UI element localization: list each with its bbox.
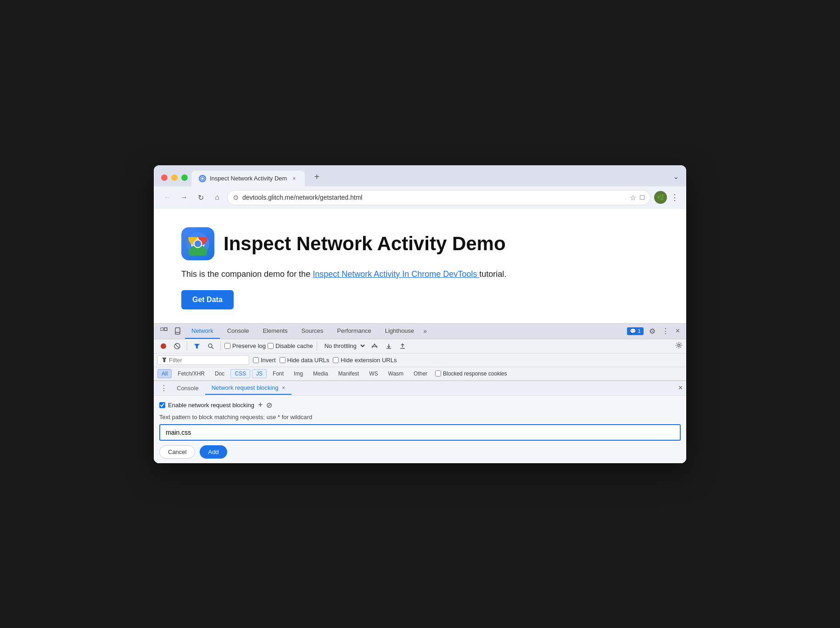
search-button[interactable] <box>205 341 217 351</box>
title-bar: Inspect Network Activity Dem × + ⌄ <box>154 165 686 186</box>
network-settings-button[interactable] <box>675 342 683 350</box>
badge-icon: 💬 <box>630 328 636 334</box>
invert-checkbox[interactable] <box>253 357 259 363</box>
get-data-button[interactable]: Get Data <box>181 290 234 309</box>
desc-after: tutorial. <box>479 269 506 279</box>
devtools-tab-network[interactable]: Network <box>185 324 220 339</box>
svg-point-10 <box>161 343 166 349</box>
devtools-more-tabs-button[interactable]: » <box>421 324 429 338</box>
bottom-more-button[interactable]: ⋮ <box>157 381 170 395</box>
bottom-tab-nrb[interactable]: Network request blocking × <box>205 381 292 395</box>
chrome-logo <box>181 227 214 260</box>
reload-button[interactable]: ↻ <box>194 191 207 204</box>
type-filter-fetchxhr[interactable]: Fetch/XHR <box>174 369 209 378</box>
devtools-tab-console[interactable]: Console <box>221 324 256 339</box>
hide-ext-urls-label[interactable]: Hide extension URLs <box>333 357 397 364</box>
blocked-cookies-checkbox[interactable] <box>435 370 441 376</box>
extension-icon[interactable]: □ <box>640 193 644 202</box>
minimize-window-button[interactable] <box>171 174 178 181</box>
filter-toggle-button[interactable] <box>191 341 203 351</box>
type-filter-img[interactable]: Img <box>290 369 307 378</box>
devtools-settings-button[interactable]: ⚙ <box>646 324 658 338</box>
type-filter-row: All Fetch/XHR Doc CSS JS Font Img Media … <box>154 367 686 381</box>
devtools-more-button[interactable]: ⋮ <box>659 324 672 338</box>
tab-dropdown-button[interactable]: ⌄ <box>673 172 679 186</box>
filter-row: Invert Hide data URLs Hide extension URL… <box>154 353 686 367</box>
devtools-inspect-icon[interactable] <box>157 324 170 338</box>
nrb-cancel-button[interactable]: Cancel <box>159 445 195 459</box>
tab-favicon <box>199 175 206 182</box>
address-security-icon: ⊙ <box>233 194 239 201</box>
bottom-panel-close-button[interactable]: × <box>678 384 683 392</box>
type-filter-ws[interactable]: WS <box>365 369 382 378</box>
devtools-tab-sources[interactable]: Sources <box>295 324 330 339</box>
devtools-tab-lighthouse[interactable]: Lighthouse <box>379 324 421 339</box>
devtools-tab-performance[interactable]: Performance <box>330 324 377 339</box>
new-tab-button[interactable]: + <box>310 174 323 186</box>
svg-point-1 <box>202 177 204 179</box>
blocked-cookies-label[interactable]: Blocked response cookies <box>435 370 507 377</box>
tab-title: Inspect Network Activity Dem <box>210 175 287 182</box>
type-filter-css[interactable]: CSS <box>230 369 250 378</box>
back-button[interactable]: ← <box>161 191 174 204</box>
enable-nrb-label[interactable]: Enable network request blocking <box>159 402 254 409</box>
address-url: devtools.glitch.me/network/getstarted.ht… <box>242 194 626 201</box>
maximize-window-button[interactable] <box>181 174 188 181</box>
forward-button[interactable]: → <box>178 191 190 204</box>
close-window-button[interactable] <box>161 174 168 181</box>
browser-window: Inspect Network Activity Dem × + ⌄ ← → ↻… <box>154 165 686 463</box>
preserve-log-checkbox[interactable] <box>224 343 230 349</box>
throttle-select[interactable]: No throttling <box>321 341 366 351</box>
devtools-tab-bar: Network Console Elements Sources Perform… <box>154 324 686 339</box>
clear-log-button[interactable] <box>171 341 183 351</box>
type-filter-js[interactable]: JS <box>252 369 267 378</box>
network-conditions-button[interactable] <box>368 342 381 351</box>
nrb-clear-button[interactable]: ⊘ <box>266 401 272 409</box>
filter-input[interactable] <box>169 357 238 364</box>
desc-link[interactable]: Inspect Network Activity In Chrome DevTo… <box>313 269 479 279</box>
nrb-pattern-input[interactable] <box>159 424 681 441</box>
svg-rect-8 <box>175 328 180 334</box>
type-filter-media[interactable]: Media <box>309 369 332 378</box>
svg-rect-7 <box>164 328 167 331</box>
bottom-tab-console[interactable]: Console <box>170 382 205 394</box>
nrb-description: Text pattern to block matching requests;… <box>159 414 681 421</box>
type-filter-other[interactable]: Other <box>409 369 431 378</box>
devtools-tab-elements[interactable]: Elements <box>256 324 294 339</box>
enable-nrb-checkbox[interactable] <box>159 402 165 408</box>
type-filter-font[interactable]: Font <box>269 369 288 378</box>
devtools-close-button[interactable]: × <box>673 324 683 338</box>
preserve-log-label[interactable]: Preserve log <box>224 342 266 349</box>
home-button[interactable]: ⌂ <box>211 191 224 204</box>
nrb-add-pattern-button[interactable]: + <box>258 400 263 410</box>
import-har-button[interactable] <box>383 341 395 351</box>
filter-input-wrap[interactable] <box>157 355 249 365</box>
stop-recording-button[interactable] <box>157 341 169 351</box>
nrb-header: Enable network request blocking + ⊘ <box>159 400 681 410</box>
tab-close-button[interactable]: × <box>291 174 297 183</box>
export-har-button[interactable] <box>397 341 409 351</box>
disable-cache-label[interactable]: Disable cache <box>268 342 313 349</box>
hide-ext-urls-checkbox[interactable] <box>333 357 339 363</box>
type-filter-manifest[interactable]: Manifest <box>334 369 363 378</box>
svg-point-19 <box>678 344 680 347</box>
address-bar: ← → ↻ ⌂ ⊙ devtools.glitch.me/network/get… <box>154 186 686 209</box>
profile-icon[interactable]: 🌿 <box>654 191 667 204</box>
type-filter-wasm[interactable]: Wasm <box>384 369 408 378</box>
browser-menu-button[interactable]: ⋮ <box>671 192 679 202</box>
page-title: Inspect Network Activity Demo <box>224 233 506 255</box>
hide-data-urls-checkbox[interactable] <box>280 357 286 363</box>
browser-tab[interactable]: Inspect Network Activity Dem × <box>191 171 305 186</box>
hide-data-urls-label[interactable]: Hide data URLs <box>280 357 330 364</box>
address-input-wrap[interactable]: ⊙ devtools.glitch.me/network/getstarted.… <box>227 190 650 205</box>
disable-cache-checkbox[interactable] <box>268 343 274 349</box>
type-filter-all[interactable]: All <box>157 369 172 378</box>
nrb-add-button[interactable]: Add <box>200 445 227 459</box>
invert-label[interactable]: Invert <box>253 357 276 364</box>
type-filter-doc[interactable]: Doc <box>211 369 229 378</box>
bottom-tab-row: ⋮ Console Network request blocking × × <box>154 381 686 396</box>
nrb-tab-close[interactable]: × <box>282 385 285 391</box>
page-description: This is the companion demo for the Inspe… <box>181 269 659 279</box>
bookmark-icon[interactable]: ☆ <box>630 193 636 202</box>
devtools-device-icon[interactable] <box>171 324 184 338</box>
